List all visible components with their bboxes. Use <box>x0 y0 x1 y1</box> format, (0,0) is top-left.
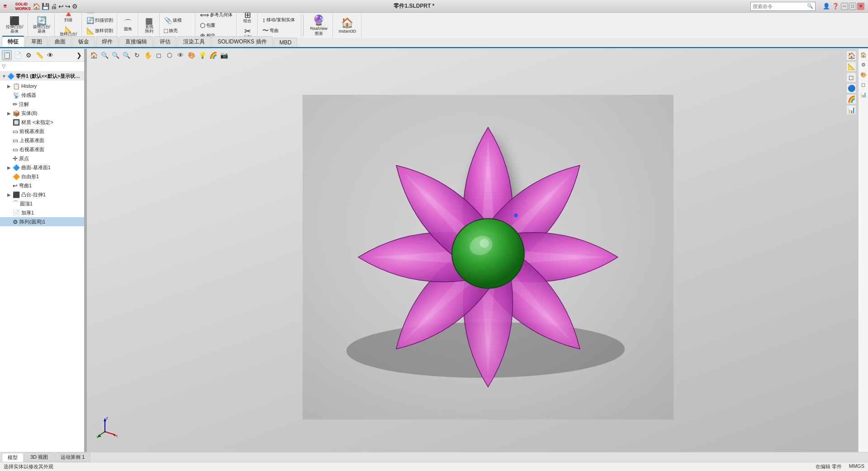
tree-item-dome1[interactable]: ⌒ 圆顶1 <box>0 199 86 208</box>
vp-zoom-area-btn[interactable]: 🔍 <box>110 50 120 60</box>
vp-section-view-btn[interactable]: ◻ <box>154 50 164 60</box>
linear-pattern-button[interactable]: ▦ 直线阵列 <box>141 15 157 35</box>
vp-mini-home-btn[interactable]: 🏠 <box>846 51 856 61</box>
tree-item-material[interactable]: 🔲 材质 <未指定> <box>0 118 86 127</box>
fillet-button[interactable]: ⌒ 圆角 <box>120 18 136 33</box>
display-manager-tab[interactable]: 👁 <box>45 50 55 60</box>
tab-features[interactable]: 特征 <box>2 36 24 47</box>
save-quick-btn[interactable]: 💾 <box>42 3 49 10</box>
wrap-button[interactable]: ⬡ 包覆 <box>198 20 234 30</box>
tab-evaluate[interactable]: 评估 <box>154 36 176 47</box>
right-table-btn[interactable]: 📊 <box>859 90 868 99</box>
tab-sw-addins[interactable]: SOLIDWORKS 插件 <box>212 36 273 47</box>
tab-direct-edit[interactable]: 直接编辑 <box>119 36 153 47</box>
tree-item-annotations[interactable]: ✏ 注解 <box>0 100 86 109</box>
vp-zoom-fit-btn[interactable]: 🔍 <box>100 50 109 60</box>
vp-mini-table-btn[interactable]: 📊 <box>846 105 856 115</box>
tree-item-surface1[interactable]: ▶ 🔷 曲面-基准面1 <box>0 163 86 172</box>
solid-bodies-expand-btn[interactable]: ▶ <box>7 111 13 116</box>
home-quick-btn[interactable]: 🏠 <box>33 3 40 10</box>
realview-button[interactable]: 🔮 RealView图形 <box>307 13 331 38</box>
vp-home-btn[interactable]: 🏠 <box>89 50 99 60</box>
tab-sketch[interactable]: 草图 <box>25 36 48 47</box>
loft-cut-button[interactable]: 📐 放样切割 <box>85 26 115 36</box>
bottom-tab-3dview[interactable]: 3D 视图 <box>24 452 54 462</box>
tree-item-pattern1[interactable]: ⚙ 阵列(圆周)1 <box>0 217 86 226</box>
revolve-cut-button[interactable]: 🔄 扫描切割 <box>85 15 115 25</box>
hole-wizard-button[interactable]: ● 异型孔向导 <box>162 13 193 15</box>
config-manager-tab[interactable]: ⚙ <box>24 50 33 60</box>
mirror-button[interactable]: ⟺ 参考几何体 <box>198 13 234 20</box>
property-manager-tab[interactable]: 📄 <box>13 50 23 60</box>
options-quick-btn[interactable]: ⚙ <box>72 3 78 10</box>
vp-pan-btn[interactable]: ✋ <box>143 50 153 60</box>
boss1-expand-btn[interactable]: ▶ <box>7 192 13 197</box>
tab-surface[interactable]: 曲面 <box>49 36 71 47</box>
bottom-tab-model[interactable]: 模型 <box>2 453 24 462</box>
right-home-btn[interactable]: 🏠 <box>859 51 868 59</box>
move-face-button[interactable]: ↕ 移动/复制实体 <box>261 15 299 25</box>
search-icon[interactable]: 🔍 <box>807 3 813 9</box>
vp-hide-show-btn[interactable]: 👁 <box>175 50 185 60</box>
instant3d-button[interactable]: 🏠 Instant3D <box>336 15 360 36</box>
tab-render[interactable]: 渲染工具 <box>177 36 211 47</box>
surface1-expand-btn[interactable]: ▶ <box>7 165 13 170</box>
vp-mini-3d-btn[interactable]: ◻ <box>846 72 856 82</box>
tree-item-right-plane[interactable]: ▭ 右视基准面 <box>0 145 86 154</box>
bottom-tab-motion[interactable]: 运动算例 1 <box>55 452 90 462</box>
dim-xpert-tab[interactable]: 📏 <box>34 50 44 60</box>
vp-lights-btn[interactable]: 🌈 <box>208 50 218 60</box>
shell-button[interactable]: □ 抽壳 <box>162 26 193 36</box>
right-settings-btn[interactable]: ⚙ <box>859 61 868 69</box>
part-title[interactable]: ▼ 🔷 零件1 (默认<<默认>显示状态 1>) <box>0 71 86 81</box>
tab-sheetmetal[interactable]: 钣金 <box>72 36 95 47</box>
tree-item-boss1[interactable]: ▶ ⬛ 凸台-拉伸1 <box>0 190 86 199</box>
history-expand-btn[interactable]: ▶ <box>7 84 13 89</box>
tree-item-sensors[interactable]: 📡 传感器 <box>0 90 86 100</box>
tree-item-origin[interactable]: ✛ 原点 <box>0 154 86 163</box>
vp-mini-color-btn[interactable]: 🔵 <box>846 83 856 93</box>
right-color-btn[interactable]: 🎨 <box>859 71 868 79</box>
indent-button[interactable]: ⊟ 压凹/缩进实体 <box>261 13 299 14</box>
vp-mini-display-btn[interactable]: 🌈 <box>846 94 856 104</box>
panel-resize-handle[interactable] <box>84 49 86 452</box>
vp-rotate-btn[interactable]: ↻ <box>132 50 142 60</box>
user-icon[interactable]: 👤 <box>823 3 830 10</box>
tree-item-solid-bodies[interactable]: ▶ 📦 实体(8) <box>0 109 86 118</box>
maximize-button[interactable]: □ <box>849 3 856 10</box>
undo-quick-btn[interactable]: ↩ <box>58 3 64 10</box>
search-box[interactable]: 🔍 <box>750 2 816 11</box>
feature-manager-tab[interactable]: 📋 <box>2 50 12 60</box>
tree-item-freeform1[interactable]: 🔶 自由形1 <box>0 172 86 181</box>
vp-display-style-btn[interactable]: ⬡ <box>165 50 175 60</box>
tree-item-bend1[interactable]: ↩ 弯曲1 <box>0 181 86 190</box>
tree-item-history[interactable]: ▶ 📋 History <box>0 81 86 90</box>
tab-weldments[interactable]: 焊件 <box>96 36 119 47</box>
3d-viewport[interactable]: 🏠 🔍 🔍 🔍 ↻ ✋ ◻ ⬡ 👁 🎨 💡 🌈 📷 <box>87 49 858 452</box>
revolve-boss-button[interactable]: 🔄 旋转凸台/基体 <box>31 15 53 35</box>
minimize-button[interactable]: ─ <box>841 3 848 10</box>
help-icon[interactable]: ❓ <box>832 3 839 10</box>
tree-item-front-plane[interactable]: ▭ 前视基准面 <box>0 127 86 136</box>
vp-scene-btn[interactable]: 💡 <box>197 50 207 60</box>
tree-item-top-plane[interactable]: ▭ 上视基准面 <box>0 136 86 145</box>
extrude-boss-button[interactable]: ⬛ 拉伸凸台/基体 <box>4 15 26 35</box>
tree-item-thicken1[interactable]: 📄 加厚1 <box>0 208 86 217</box>
redo-quick-btn[interactable]: ↪ <box>65 3 71 10</box>
sweep-button[interactable]: 🔺 扫描 <box>60 13 76 24</box>
vp-zoom-magnify-btn[interactable]: 🔍 <box>121 50 131 60</box>
combine-button[interactable]: ⊞ 组合 <box>239 13 256 25</box>
flex-button[interactable]: 〜 弯曲 <box>261 25 299 36</box>
vp-mini-planes-btn[interactable]: 📐 <box>846 62 856 71</box>
extrude-cut-button[interactable]: ⬜ 拉伸切除 <box>85 13 115 15</box>
vp-camera-btn[interactable]: 📷 <box>219 50 229 60</box>
close-button[interactable]: ✕ <box>857 3 864 10</box>
right-display-btn[interactable]: ◻ <box>859 81 868 89</box>
collapse-panel-btn[interactable]: ❯ <box>74 50 84 60</box>
print-quick-btn[interactable]: 🖨 <box>51 3 57 10</box>
vp-appearance-btn[interactable]: 🎨 <box>186 50 196 60</box>
part-expand-btn[interactable]: ▼ <box>2 74 7 79</box>
search-input[interactable] <box>753 4 807 9</box>
tab-mbd[interactable]: MBD <box>274 38 298 47</box>
draft-button[interactable]: 📎 拔模 <box>162 15 193 25</box>
